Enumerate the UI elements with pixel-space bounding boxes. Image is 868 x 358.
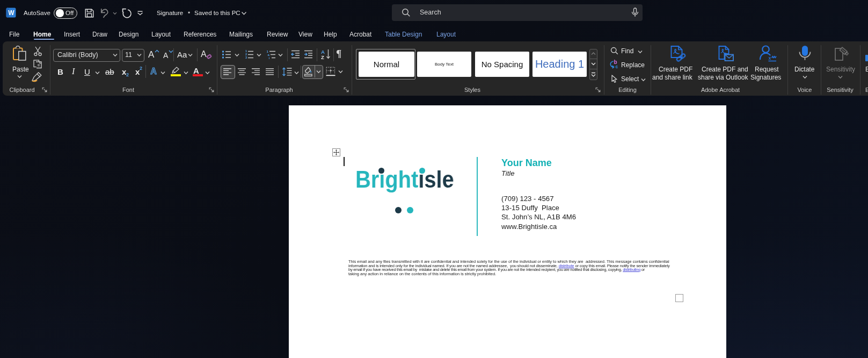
svg-text:W: W	[8, 9, 14, 17]
svg-text:A: A	[150, 67, 157, 76]
svg-text:i: i	[269, 56, 270, 59]
svg-text:x: x	[769, 55, 771, 61]
svg-text:3: 3	[245, 56, 247, 59]
svg-text:Z: Z	[321, 54, 324, 60]
svg-text:c: c	[615, 64, 618, 69]
